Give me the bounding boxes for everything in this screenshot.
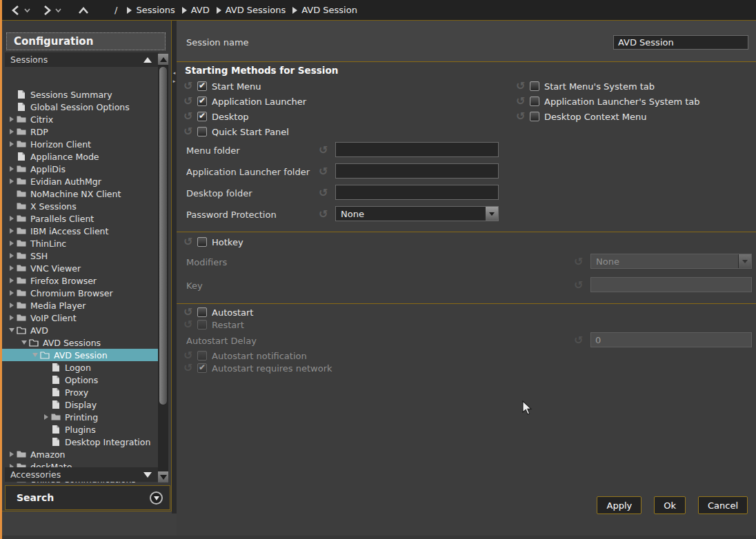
up-button[interactable] (77, 5, 90, 16)
session-name-input[interactable] (613, 35, 748, 50)
tree-item-ibm-iaccess-client[interactable]: IBM iAccess Client (2, 225, 158, 237)
scroll-down-button[interactable] (158, 471, 168, 482)
reset-to-default-icon[interactable]: ↺ (319, 207, 328, 221)
section-header-accessories[interactable]: Accessories (5, 467, 159, 482)
ok-button[interactable]: Ok (654, 496, 686, 514)
expand-arrow-icon[interactable] (8, 278, 16, 283)
tree-item-applidis[interactable]: AppliDis (2, 163, 158, 175)
reset-to-default-icon[interactable]: ↺ (183, 96, 197, 107)
tree-item-ssh[interactable]: SSH (2, 250, 158, 262)
breadcrumb-item[interactable]: AVD (182, 5, 210, 15)
tree-item-nomachine-nx-client[interactable]: NoMachine NX Client (2, 187, 158, 200)
tree-item-plugins[interactable]: Plugins (2, 423, 158, 436)
reset-to-default-icon[interactable]: ↺ (516, 81, 530, 92)
application-launcher-s-system-tab-checkbox[interactable] (530, 96, 539, 106)
forward-button[interactable] (41, 4, 62, 17)
expand-arrow-icon[interactable] (8, 290, 16, 296)
collapse-arrow-icon[interactable] (8, 328, 16, 332)
tree-item-horizon-client[interactable]: Horizon Client (2, 138, 158, 150)
reset-to-default-icon[interactable]: ↺ (516, 96, 530, 107)
tree-item-voip-client[interactable]: VoIP Client (2, 312, 158, 324)
tree-item-parallels-client[interactable]: Parallels Client (2, 212, 158, 225)
collapse-arrow-icon[interactable] (31, 353, 39, 357)
expand-arrow-icon[interactable] (8, 303, 16, 308)
reset-to-default-icon[interactable]: ↺ (183, 307, 197, 318)
tree-item-avd-sessions[interactable]: AVD Sessions (2, 336, 158, 349)
reset-to-default-icon[interactable]: ↺ (183, 236, 197, 247)
breadcrumb-item[interactable]: AVD Sessions (217, 5, 286, 15)
expand-arrow-icon[interactable] (42, 414, 50, 420)
tree-item-sessions-summary[interactable]: Sessions Summary (2, 88, 158, 101)
reset-to-default-icon[interactable]: ↺ (183, 350, 197, 361)
tree-item-proxy[interactable]: Proxy (2, 386, 158, 398)
reset-to-default-icon[interactable]: ↺ (574, 334, 583, 347)
expand-arrow-icon[interactable] (8, 228, 16, 234)
splitter-handle[interactable]: ◂▸ (172, 69, 177, 85)
reset-to-default-icon[interactable]: ↺ (183, 126, 197, 137)
tree-item-desktop-integration[interactable]: Desktop Integration (2, 436, 158, 448)
tree-item-firefox-browser[interactable]: Firefox Browser (2, 274, 158, 287)
tree-scrollbar[interactable] (158, 54, 168, 482)
collapse-arrow-icon[interactable] (20, 340, 28, 345)
autostart-checkbox[interactable] (197, 307, 207, 317)
reset-to-default-icon[interactable]: ↺ (516, 111, 530, 122)
reset-to-default-icon[interactable]: ↺ (319, 165, 328, 178)
back-button[interactable] (10, 4, 31, 17)
reset-to-default-icon[interactable]: ↺ (574, 255, 583, 268)
menu-folder-input[interactable] (335, 142, 499, 157)
desktop-context-menu-checkbox[interactable] (530, 112, 539, 121)
desktop-checkbox[interactable] (197, 112, 207, 121)
expand-arrow-icon[interactable] (8, 179, 16, 184)
breadcrumb-item[interactable]: AVD Session (292, 5, 357, 15)
expand-arrow-icon[interactable] (8, 451, 16, 457)
password-protection-select[interactable]: None (335, 206, 499, 221)
application-launcher-checkbox[interactable] (197, 96, 207, 106)
reset-to-default-icon[interactable]: ↺ (183, 81, 197, 92)
tree-item-x-sessions[interactable]: X Sessions (2, 200, 158, 212)
expand-arrow-icon[interactable] (8, 116, 16, 122)
desktop-folder-input[interactable] (335, 185, 499, 200)
reset-to-default-icon[interactable]: ↺ (183, 111, 197, 122)
expand-arrow-icon[interactable] (8, 253, 16, 258)
reset-to-default-icon[interactable]: ↺ (574, 278, 583, 292)
expand-arrow-icon[interactable] (8, 315, 16, 321)
expand-arrow-icon[interactable] (8, 129, 16, 134)
expand-arrow-icon[interactable] (8, 141, 16, 147)
sidebar-splitter[interactable] (172, 21, 177, 513)
tree-item-evidian-authmgr[interactable]: Evidian AuthMgr (2, 175, 158, 187)
tree-item-global-session-options[interactable]: Global Session Options (2, 101, 158, 113)
tree-item-vnc-viewer[interactable]: VNC Viewer (2, 262, 158, 274)
expand-arrow-icon[interactable] (8, 241, 16, 246)
chevron-down-icon[interactable] (23, 7, 31, 14)
section-header-sessions[interactable]: Sessions (5, 52, 159, 67)
tree-item-options[interactable]: Options (2, 374, 158, 386)
tree-item-rdp[interactable]: RDP (2, 125, 158, 138)
tree-item-avd[interactable]: AVD (2, 324, 158, 336)
select-dropdown-button[interactable] (485, 207, 498, 221)
hotkey-checkbox[interactable] (197, 237, 207, 247)
search-expand-button[interactable] (150, 491, 163, 505)
quick-start-panel-checkbox[interactable] (197, 127, 207, 136)
reset-to-default-icon[interactable]: ↺ (183, 319, 197, 330)
tree-item-chromium-browser[interactable]: Chromium Browser (2, 287, 158, 299)
start-menu-checkbox[interactable] (197, 81, 207, 91)
tree-item-logon[interactable]: Logon (2, 361, 158, 374)
tree-item-appliance-mode[interactable]: Appliance Mode (2, 150, 158, 163)
reset-to-default-icon[interactable]: ↺ (319, 143, 328, 156)
tree-item-citrix[interactable]: Citrix (2, 113, 158, 125)
tree-item-thinlinc[interactable]: ThinLinc (2, 237, 158, 250)
expand-arrow-icon[interactable] (8, 265, 16, 271)
scrollbar-thumb[interactable] (159, 66, 168, 405)
reset-to-default-icon[interactable]: ↺ (319, 186, 328, 199)
expand-arrow-icon[interactable] (8, 166, 16, 172)
breadcrumb-root[interactable]: / (115, 5, 117, 15)
cancel-button[interactable]: Cancel (698, 496, 748, 514)
scroll-up-button[interactable] (158, 54, 168, 65)
tree-item-display[interactable]: Display (2, 398, 158, 411)
breadcrumb-item[interactable]: Sessions (127, 5, 175, 15)
start-menu-s-system-tab-checkbox[interactable] (530, 81, 539, 91)
tree-item-amazon[interactable]: Amazon (2, 448, 158, 460)
apply-button[interactable]: Apply (597, 496, 641, 514)
tree-item-avd-session[interactable]: AVD Session (2, 349, 158, 361)
tree-item-media-player[interactable]: Media Player (2, 299, 158, 312)
